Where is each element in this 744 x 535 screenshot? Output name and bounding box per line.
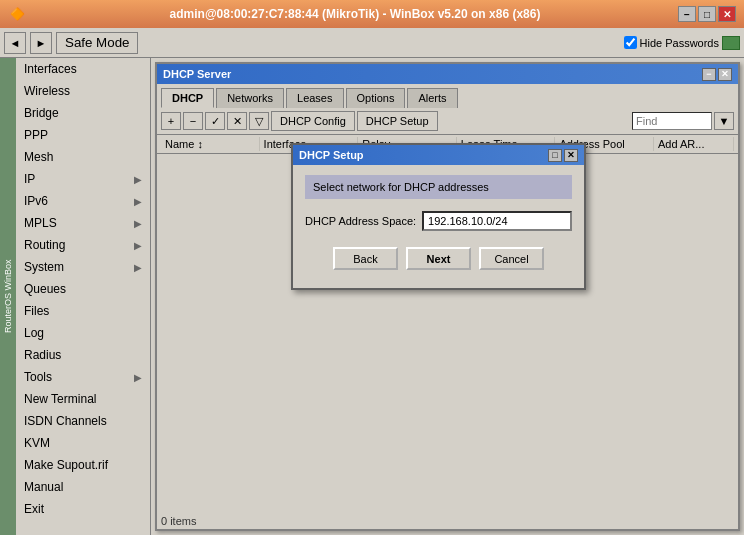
dhcp-server-window: DHCP Server − ✕ DHCP Networks Leases: [155, 62, 740, 531]
dialog-buttons: Back Next Cancel: [305, 243, 572, 278]
add-icon: +: [168, 115, 174, 127]
sidebar-item-routing[interactable]: Routing ▶: [16, 234, 150, 256]
sort-icon: ↕: [197, 138, 203, 150]
hide-passwords-area: Hide Passwords: [624, 36, 740, 50]
dhcp-address-label: DHCP Address Space:: [305, 215, 416, 227]
dialog-description: Select network for DHCP addresses: [305, 175, 572, 199]
sidebar-wrapper: RouterOS WinBox Interfaces Wireless Brid…: [0, 58, 151, 535]
sidebar-item-make-supout[interactable]: Make Supout.rif: [16, 454, 150, 476]
tools-arrow: ▶: [134, 372, 142, 383]
sidebar-item-mpls[interactable]: MPLS ▶: [16, 212, 150, 234]
title-bar-text: admin@08:00:27:C7:88:44 (MikroTik) - Win…: [32, 7, 678, 21]
dhcp-server-title: DHCP Server: [163, 68, 231, 80]
sidebar-item-files[interactable]: Files: [16, 300, 150, 322]
main-toolbar: ◄ ► Safe Mode Hide Passwords: [0, 28, 744, 58]
dialog-content: Select network for DHCP addresses DHCP A…: [293, 165, 584, 288]
dialog-title-controls: □ ✕: [548, 149, 578, 162]
dhcp-title-controls: − ✕: [702, 68, 732, 81]
sidebar-item-exit[interactable]: Exit: [16, 498, 150, 520]
header-name: Name ↕: [161, 137, 260, 151]
tab-leases[interactable]: Leases: [286, 88, 343, 108]
dhcp-setup-dialog: DHCP Setup □ ✕ Select network for DHCP a…: [291, 143, 586, 290]
sidebar-item-wireless[interactable]: Wireless: [16, 80, 150, 102]
tab-options[interactable]: Options: [346, 88, 406, 108]
sidebar-item-new-terminal[interactable]: New Terminal: [16, 388, 150, 410]
filter-button[interactable]: ▽: [249, 112, 269, 130]
lock-icon: [722, 36, 740, 50]
dhcp-server-title-bar: DHCP Server − ✕: [157, 64, 738, 84]
sidebar-item-bridge[interactable]: Bridge: [16, 102, 150, 124]
sidebar-item-ipv6[interactable]: IPv6 ▶: [16, 190, 150, 212]
ip-arrow: ▶: [134, 174, 142, 185]
remove-icon: −: [190, 115, 196, 127]
main-layout: RouterOS WinBox Interfaces Wireless Brid…: [0, 58, 744, 535]
routeros-label: RouterOS WinBox: [0, 58, 16, 535]
sidebar-item-radius[interactable]: Radius: [16, 344, 150, 366]
system-arrow: ▶: [134, 262, 142, 273]
dhcp-setup-button[interactable]: DHCP Setup: [357, 111, 438, 131]
dhcp-minimize-button[interactable]: −: [702, 68, 716, 81]
forward-button[interactable]: ►: [30, 32, 52, 54]
x-icon: ✕: [233, 115, 242, 128]
dhcp-toolbar: + − ✓ ✕ ▽ DHCP Config DHCP Setup: [157, 108, 738, 135]
dhcp-config-button[interactable]: DHCP Config: [271, 111, 355, 131]
dhcp-tabs: DHCP Networks Leases Options Alerts: [157, 84, 738, 108]
tab-networks[interactable]: Networks: [216, 88, 284, 108]
tab-dhcp[interactable]: DHCP: [161, 88, 214, 108]
dhcp-address-input[interactable]: [422, 211, 572, 231]
cancel-item-button[interactable]: ✕: [227, 112, 247, 130]
app-icon: 🔶: [8, 5, 26, 23]
routing-arrow: ▶: [134, 240, 142, 251]
back-button[interactable]: Back: [333, 247, 398, 270]
safe-mode-button[interactable]: Safe Mode: [56, 32, 138, 54]
hide-passwords-label: Hide Passwords: [640, 37, 719, 49]
sidebar-item-log[interactable]: Log: [16, 322, 150, 344]
remove-button[interactable]: −: [183, 112, 203, 130]
back-button[interactable]: ◄: [4, 32, 26, 54]
check-icon: ✓: [211, 115, 220, 128]
sidebar-item-queues[interactable]: Queues: [16, 278, 150, 300]
sidebar-item-interfaces[interactable]: Interfaces: [16, 58, 150, 80]
ipv6-arrow: ▶: [134, 196, 142, 207]
dialog-title: DHCP Setup: [299, 149, 364, 161]
sidebar-item-manual[interactable]: Manual: [16, 476, 150, 498]
sidebar-item-isdn[interactable]: ISDN Channels: [16, 410, 150, 432]
find-dropdown-button[interactable]: ▼: [714, 112, 734, 130]
cancel-button[interactable]: Cancel: [479, 247, 544, 270]
add-button[interactable]: +: [161, 112, 181, 130]
dialog-minimize-button[interactable]: □: [548, 149, 562, 162]
title-bar: 🔶 admin@08:00:27:C7:88:44 (MikroTik) - W…: [0, 0, 744, 28]
sidebar: Interfaces Wireless Bridge PPP Mesh IP ▶…: [16, 58, 151, 535]
minimize-button[interactable]: −: [678, 6, 696, 22]
dhcp-close-button[interactable]: ✕: [718, 68, 732, 81]
title-bar-controls: − □ ✕: [678, 6, 736, 22]
sidebar-item-tools[interactable]: Tools ▶: [16, 366, 150, 388]
sidebar-item-system[interactable]: System ▶: [16, 256, 150, 278]
check-button[interactable]: ✓: [205, 112, 225, 130]
header-add-ar: Add AR...: [654, 137, 734, 151]
items-count: 0 items: [161, 515, 196, 527]
content-area: DHCP Server − ✕ DHCP Networks Leases: [151, 58, 744, 535]
sidebar-item-kvm[interactable]: KVM: [16, 432, 150, 454]
find-area: [632, 112, 712, 130]
mpls-arrow: ▶: [134, 218, 142, 229]
hide-passwords-checkbox[interactable]: [624, 36, 637, 49]
tab-alerts[interactable]: Alerts: [407, 88, 457, 108]
close-button[interactable]: ✕: [718, 6, 736, 22]
next-button[interactable]: Next: [406, 247, 471, 270]
sidebar-item-ip[interactable]: IP ▶: [16, 168, 150, 190]
dialog-title-bar: DHCP Setup □ ✕: [293, 145, 584, 165]
sidebar-item-ppp[interactable]: PPP: [16, 124, 150, 146]
filter-icon: ▽: [255, 115, 263, 128]
dhcp-address-field: DHCP Address Space:: [305, 211, 572, 231]
find-input[interactable]: [632, 112, 712, 130]
sidebar-item-mesh[interactable]: Mesh: [16, 146, 150, 168]
maximize-button[interactable]: □: [698, 6, 716, 22]
dialog-close-button[interactable]: ✕: [564, 149, 578, 162]
